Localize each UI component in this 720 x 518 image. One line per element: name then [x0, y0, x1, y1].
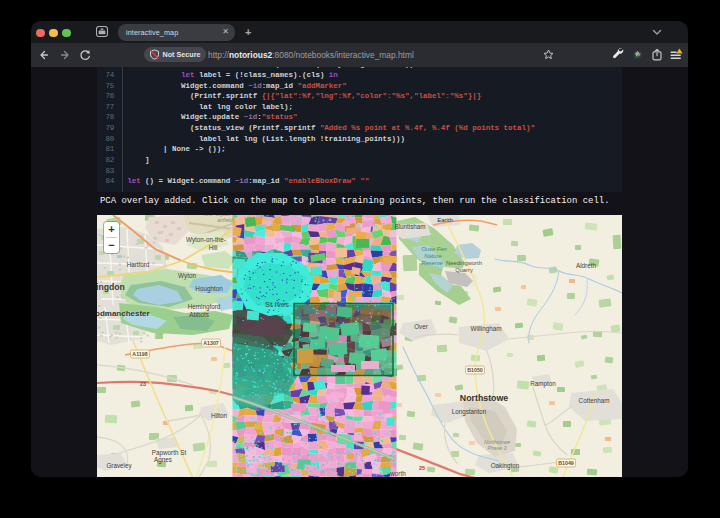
- svg-text:Over: Over: [414, 322, 428, 329]
- svg-text:Holywell: Holywell: [329, 316, 351, 322]
- svg-text:airfield: airfield: [217, 217, 233, 223]
- svg-text:B1050: B1050: [467, 367, 483, 373]
- svg-text:RAF Wyton: RAF Wyton: [204, 215, 231, 217]
- svg-text:Hilton: Hilton: [211, 411, 228, 418]
- svg-text:A1307: A1307: [203, 340, 219, 346]
- svg-text:Wyton-on-the-: Wyton-on-the-: [186, 236, 226, 244]
- svg-text:Bluntisham: Bluntisham: [394, 222, 425, 229]
- svg-text:St Ives: St Ives: [265, 300, 289, 309]
- svg-text:Hartford: Hartford: [127, 260, 150, 267]
- svg-text:23: 23: [140, 380, 146, 386]
- svg-text:Nature: Nature: [424, 252, 442, 258]
- svg-text:Phase 3: Phase 3: [487, 445, 506, 451]
- svg-text:Willingham: Willingham: [471, 324, 502, 332]
- svg-text:Abbots: Abbots: [189, 310, 209, 317]
- svg-text:Ouse Fen: Ouse Fen: [421, 245, 446, 251]
- svg-text:Quarry: Quarry: [455, 266, 473, 272]
- svg-text:Earith: Earith: [437, 216, 453, 222]
- svg-text:Rampton: Rampton: [530, 379, 556, 387]
- svg-text:ingdon: ingdon: [97, 282, 125, 292]
- svg-text:Houghton: Houghton: [195, 284, 223, 292]
- svg-text:Oakington: Oakington: [491, 461, 520, 469]
- svg-text:Graveley: Graveley: [106, 461, 132, 469]
- svg-text:A1198: A1198: [132, 351, 147, 357]
- svg-text:Aldreth: Aldreth: [576, 261, 596, 268]
- svg-text:B1049: B1049: [558, 460, 574, 466]
- svg-text:Reserve: Reserve: [421, 259, 443, 265]
- svg-text:Hill: Hill: [209, 243, 218, 250]
- svg-text:Northstowe: Northstowe: [460, 393, 508, 403]
- svg-text:25: 25: [419, 464, 425, 470]
- svg-text:Longstanton: Longstanton: [452, 407, 487, 415]
- svg-text:odmanchester: odmanchester: [97, 308, 150, 317]
- svg-text:Agnes: Agnes: [154, 456, 172, 464]
- svg-text:Northstowe: Northstowe: [484, 438, 510, 444]
- svg-text:Wyton: Wyton: [178, 271, 196, 279]
- svg-text:Needingworth: Needingworth: [446, 259, 482, 265]
- svg-text:worth: worth: [389, 469, 406, 476]
- svg-text:Cottenham: Cottenham: [579, 396, 610, 403]
